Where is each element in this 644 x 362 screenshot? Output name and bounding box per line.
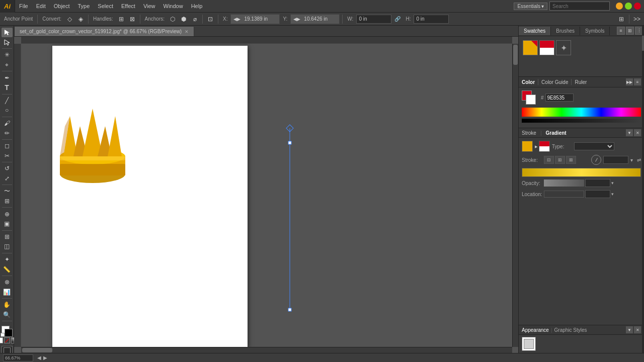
anchors-icon-3[interactable]: ⌀ [190,14,200,24]
color-sampler-icon[interactable]: ✦ [556,40,571,55]
location-input[interactable] [585,190,610,198]
menu-type[interactable]: Type [74,0,94,13]
minimize-button[interactable] [616,3,623,10]
color-mode-fill[interactable] [0,337,3,343]
tab-ruler[interactable]: Ruler [575,79,587,85]
handles-icon-1[interactable]: ⊞ [116,14,126,24]
warp-tool[interactable]: 〜 [2,187,13,196]
convert-icon-1[interactable]: ◇ [64,14,74,24]
right-panel-scrollbar[interactable] [642,26,644,353]
appearance-close[interactable]: ✕ [634,326,641,333]
mesh-tool[interactable]: ⊞ [2,232,13,241]
menu-help[interactable]: Help [187,0,207,13]
angle-circle[interactable] [591,155,601,165]
direct-selection-tool[interactable] [2,38,13,47]
opacity-input[interactable] [585,179,610,187]
prev-page[interactable]: ◀ [37,355,41,360]
canvas-area[interactable]: /* ruler ticks drawn below */ [14,37,518,353]
opacity-dropdown[interactable]: ▾ [611,180,614,186]
free-transform-tool[interactable]: ⊞ [2,197,13,206]
menu-object[interactable]: Object [50,0,74,13]
opacity-slider[interactable] [544,179,584,187]
anchors-icon-1[interactable]: ⬡ [168,14,178,24]
location-dropdown[interactable]: ▾ [611,192,614,197]
menu-window[interactable]: Window [159,0,187,13]
angle-dropdown[interactable]: ▾ [630,157,633,163]
convert-icon-2[interactable]: ◈ [75,14,86,24]
perspective-tool[interactable]: ▣ [2,219,13,229]
tab-stroke[interactable]: Stroke [522,130,536,136]
reverse-gradient-icon[interactable]: ⇌ [637,157,641,163]
maximize-button[interactable] [625,3,632,10]
tab-brushes[interactable]: Brushes [551,27,580,35]
gradient-color-bar[interactable] [522,168,641,177]
tab-appearance[interactable]: Appearance [522,327,549,333]
reset-colors[interactable] [1,333,5,337]
hex-color-input[interactable] [545,94,574,102]
tab-color[interactable]: Color [522,79,535,85]
selection-tool[interactable] [2,28,13,37]
y-input[interactable] [302,15,338,24]
menu-effect[interactable]: Effect [117,0,139,13]
stroke-btn-1[interactable]: ⊟ [544,156,554,164]
zoom-display[interactable]: 66.67% [3,354,33,361]
tab-color-guide[interactable]: Color Guide [541,79,568,85]
pencil-tool[interactable]: ✏ [2,128,13,138]
gradient-panel-close[interactable]: ✕ [634,129,641,136]
zoom-tool[interactable]: 🔍 [2,310,13,320]
background-swatch[interactable] [526,95,536,105]
swatch-red-white[interactable] [539,40,554,55]
magic-wand-tool[interactable]: ✳ [2,50,13,60]
swatch-gold[interactable] [523,40,538,55]
color-darkness-bar[interactable] [522,119,641,123]
gradient-panel-expand[interactable]: ▼ [626,129,633,136]
w-input[interactable] [356,15,391,24]
scrollbar-thumb-horizontal[interactable] [22,348,52,352]
measure-tool[interactable]: 📏 [2,264,13,274]
shape-builder-tool[interactable]: ⊕ [2,209,13,219]
hand-tool[interactable]: ✋ [2,300,13,310]
eyedropper-tool[interactable]: ✦ [2,255,13,264]
lasso-tool[interactable]: ⌖ [2,60,13,70]
stroke-btn-2[interactable]: ⊞ [555,156,565,164]
scissors-tool[interactable]: ✂ [2,151,13,160]
tab-swatches[interactable]: Swatches [519,27,551,35]
handles-icon-2[interactable]: ⊠ [127,14,137,24]
rotate-tool[interactable]: ↺ [2,164,13,173]
tab-graphic-styles[interactable]: Graphic Styles [554,327,587,333]
document-tab[interactable]: set_of_gold_color_crown_vector_519912.jp… [14,26,194,36]
next-page[interactable]: ▶ [43,355,47,360]
anchors-icon-2[interactable]: ⬢ [179,14,189,24]
blend-tool[interactable]: ⊗ [2,278,13,287]
transform-options-icon[interactable]: ⊞ [616,14,626,24]
search-input[interactable] [549,2,610,11]
gradient-stroke-indicator[interactable] [539,141,550,152]
line-tool[interactable]: ╱ [2,96,13,105]
color-panel-options[interactable]: ≡ [634,78,641,85]
essentials-button[interactable]: Essentials ▾ [514,3,547,10]
transform-icon[interactable]: ⊡ [205,14,215,24]
menu-select[interactable]: Select [94,0,117,13]
tab-gradient[interactable]: Gradient [546,130,567,136]
scrollbar-horizontal[interactable] [21,347,512,353]
paintbrush-tool[interactable]: 🖌 [2,119,13,128]
color-spectrum-bar[interactable] [522,108,641,117]
type-tool[interactable]: T [2,83,13,93]
gradient-fill-swatch[interactable] [522,141,533,152]
stroke-swatch[interactable] [5,329,13,337]
pen-tool[interactable]: ✒ [2,73,13,82]
gradient-tool[interactable]: ◫ [2,242,13,251]
x-input[interactable] [242,15,278,24]
stroke-btn-3[interactable]: ⊠ [566,156,576,164]
ellipse-tool[interactable]: ○ [2,106,13,115]
menu-file[interactable]: File [15,0,32,13]
scrollbar-thumb-vertical[interactable] [513,45,518,65]
color-mode-none[interactable] [4,337,10,343]
tab-symbols[interactable]: Symbols [580,27,610,35]
appearance-swatch[interactable] [522,337,536,351]
angle-input[interactable] [603,156,628,164]
h-input[interactable] [414,15,449,24]
swatches-list-view[interactable]: ≡ [617,27,625,35]
location-slider[interactable] [544,191,584,198]
close-button[interactable] [634,3,641,10]
